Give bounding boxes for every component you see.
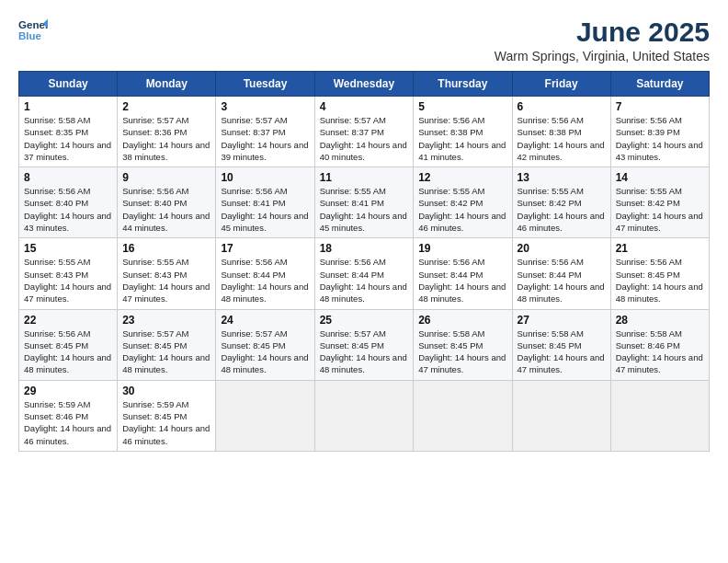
table-row: 16Sunrise: 5:55 AMSunset: 8:43 PMDayligh… bbox=[118, 238, 216, 309]
table-row: 29Sunrise: 5:59 AMSunset: 8:46 PMDayligh… bbox=[19, 380, 118, 451]
calendar-week-3: 15Sunrise: 5:55 AMSunset: 8:43 PMDayligh… bbox=[19, 238, 710, 309]
day-number: 20 bbox=[518, 242, 606, 255]
day-number: 5 bbox=[418, 100, 506, 113]
weekday-header-row: Sunday Monday Tuesday Wednesday Thursday… bbox=[19, 72, 710, 97]
day-info: Sunrise: 5:59 AMSunset: 8:46 PMDaylight:… bbox=[24, 398, 112, 447]
day-number: 2 bbox=[122, 100, 210, 113]
day-number: 13 bbox=[518, 171, 606, 184]
logo: General Blue bbox=[18, 17, 50, 42]
day-number: 22 bbox=[24, 314, 112, 327]
calendar-week-2: 8Sunrise: 5:56 AMSunset: 8:40 PMDaylight… bbox=[19, 167, 710, 238]
day-info: Sunrise: 5:59 AMSunset: 8:45 PMDaylight:… bbox=[122, 398, 210, 447]
day-number: 4 bbox=[320, 100, 409, 113]
table-row: 25Sunrise: 5:57 AMSunset: 8:45 PMDayligh… bbox=[314, 309, 414, 380]
day-info: Sunrise: 5:56 AMSunset: 8:45 PMDaylight:… bbox=[616, 256, 704, 304]
day-number: 3 bbox=[221, 100, 309, 113]
day-info: Sunrise: 5:58 AMSunset: 8:45 PMDaylight:… bbox=[518, 327, 606, 376]
day-info: Sunrise: 5:56 AMSunset: 8:38 PMDaylight:… bbox=[518, 114, 606, 163]
calendar-week-5: 29Sunrise: 5:59 AMSunset: 8:46 PMDayligh… bbox=[19, 380, 710, 451]
day-info: Sunrise: 5:55 AMSunset: 8:42 PMDaylight:… bbox=[616, 185, 704, 234]
table-row bbox=[610, 380, 709, 451]
header-thursday: Thursday bbox=[414, 72, 512, 97]
day-number: 24 bbox=[221, 314, 309, 327]
header-tuesday: Tuesday bbox=[216, 72, 314, 97]
table-row: 18Sunrise: 5:56 AMSunset: 8:44 PMDayligh… bbox=[314, 238, 414, 309]
day-info: Sunrise: 5:56 AMSunset: 8:44 PMDaylight:… bbox=[221, 256, 309, 304]
svg-text:General: General bbox=[18, 19, 48, 30]
table-row: 27Sunrise: 5:58 AMSunset: 8:45 PMDayligh… bbox=[512, 309, 610, 380]
table-row: 28Sunrise: 5:58 AMSunset: 8:46 PMDayligh… bbox=[610, 309, 709, 380]
table-row: 24Sunrise: 5:57 AMSunset: 8:45 PMDayligh… bbox=[216, 309, 314, 380]
table-row bbox=[216, 380, 314, 451]
day-number: 26 bbox=[418, 314, 506, 327]
day-number: 19 bbox=[418, 242, 506, 255]
table-row: 19Sunrise: 5:56 AMSunset: 8:44 PMDayligh… bbox=[414, 238, 512, 309]
logo-icon: General Blue bbox=[18, 17, 48, 42]
table-row: 12Sunrise: 5:55 AMSunset: 8:42 PMDayligh… bbox=[414, 167, 512, 238]
header-sunday: Sunday bbox=[19, 72, 118, 97]
day-number: 8 bbox=[24, 171, 112, 184]
day-number: 18 bbox=[320, 242, 409, 255]
day-number: 12 bbox=[418, 171, 506, 184]
day-info: Sunrise: 5:56 AMSunset: 8:44 PMDaylight:… bbox=[418, 256, 506, 304]
day-number: 6 bbox=[518, 100, 606, 113]
day-number: 15 bbox=[24, 242, 112, 255]
header-friday: Friday bbox=[512, 72, 610, 97]
table-row: 10Sunrise: 5:56 AMSunset: 8:41 PMDayligh… bbox=[216, 167, 314, 238]
header-monday: Monday bbox=[118, 72, 216, 97]
day-number: 28 bbox=[616, 314, 704, 327]
table-row: 2Sunrise: 5:57 AMSunset: 8:36 PMDaylight… bbox=[118, 97, 216, 167]
table-row: 13Sunrise: 5:55 AMSunset: 8:42 PMDayligh… bbox=[512, 167, 610, 238]
table-row: 20Sunrise: 5:56 AMSunset: 8:44 PMDayligh… bbox=[512, 238, 610, 309]
table-row: 1Sunrise: 5:58 AMSunset: 8:35 PMDaylight… bbox=[19, 97, 118, 167]
table-row bbox=[414, 380, 512, 451]
table-row: 5Sunrise: 5:56 AMSunset: 8:38 PMDaylight… bbox=[414, 97, 512, 167]
day-info: Sunrise: 5:56 AMSunset: 8:38 PMDaylight:… bbox=[418, 114, 506, 163]
day-info: Sunrise: 5:57 AMSunset: 8:45 PMDaylight:… bbox=[221, 327, 309, 376]
day-info: Sunrise: 5:55 AMSunset: 8:42 PMDaylight:… bbox=[518, 185, 606, 234]
location-title: Warm Springs, Virginia, United States bbox=[495, 49, 710, 63]
table-row: 3Sunrise: 5:57 AMSunset: 8:37 PMDaylight… bbox=[216, 97, 314, 167]
day-number: 25 bbox=[320, 314, 409, 327]
day-number: 27 bbox=[518, 314, 606, 327]
day-info: Sunrise: 5:56 AMSunset: 8:40 PMDaylight:… bbox=[122, 185, 210, 234]
day-info: Sunrise: 5:56 AMSunset: 8:40 PMDaylight:… bbox=[24, 185, 112, 234]
table-row: 30Sunrise: 5:59 AMSunset: 8:45 PMDayligh… bbox=[118, 380, 216, 451]
day-info: Sunrise: 5:58 AMSunset: 8:46 PMDaylight:… bbox=[616, 327, 704, 376]
calendar-week-1: 1Sunrise: 5:58 AMSunset: 8:35 PMDaylight… bbox=[19, 97, 710, 167]
day-info: Sunrise: 5:56 AMSunset: 8:39 PMDaylight:… bbox=[616, 114, 704, 163]
title-area: June 2025 Warm Springs, Virginia, United… bbox=[495, 17, 710, 63]
day-info: Sunrise: 5:58 AMSunset: 8:35 PMDaylight:… bbox=[24, 114, 112, 163]
svg-text:Blue: Blue bbox=[18, 30, 42, 41]
day-number: 11 bbox=[320, 171, 409, 184]
table-row: 23Sunrise: 5:57 AMSunset: 8:45 PMDayligh… bbox=[118, 309, 216, 380]
table-row: 11Sunrise: 5:55 AMSunset: 8:41 PMDayligh… bbox=[314, 167, 414, 238]
table-row: 15Sunrise: 5:55 AMSunset: 8:43 PMDayligh… bbox=[19, 238, 118, 309]
day-number: 1 bbox=[24, 100, 112, 113]
day-info: Sunrise: 5:57 AMSunset: 8:45 PMDaylight:… bbox=[320, 327, 409, 376]
day-number: 9 bbox=[122, 171, 210, 184]
table-row: 21Sunrise: 5:56 AMSunset: 8:45 PMDayligh… bbox=[610, 238, 709, 309]
day-info: Sunrise: 5:56 AMSunset: 8:41 PMDaylight:… bbox=[221, 185, 309, 234]
day-info: Sunrise: 5:55 AMSunset: 8:41 PMDaylight:… bbox=[320, 185, 409, 234]
day-info: Sunrise: 5:55 AMSunset: 8:43 PMDaylight:… bbox=[24, 256, 112, 304]
header: General Blue June 2025 Warm Springs, Vir… bbox=[18, 17, 710, 63]
table-row bbox=[512, 380, 610, 451]
table-row: 8Sunrise: 5:56 AMSunset: 8:40 PMDaylight… bbox=[19, 167, 118, 238]
calendar-week-4: 22Sunrise: 5:56 AMSunset: 8:45 PMDayligh… bbox=[19, 309, 710, 380]
day-info: Sunrise: 5:57 AMSunset: 8:45 PMDaylight:… bbox=[122, 327, 210, 376]
header-wednesday: Wednesday bbox=[314, 72, 414, 97]
day-info: Sunrise: 5:56 AMSunset: 8:44 PMDaylight:… bbox=[320, 256, 409, 304]
header-saturday: Saturday bbox=[610, 72, 709, 97]
day-number: 21 bbox=[616, 242, 704, 255]
table-row: 6Sunrise: 5:56 AMSunset: 8:38 PMDaylight… bbox=[512, 97, 610, 167]
table-row: 26Sunrise: 5:58 AMSunset: 8:45 PMDayligh… bbox=[414, 309, 512, 380]
calendar: Sunday Monday Tuesday Wednesday Thursday… bbox=[18, 71, 710, 452]
table-row: 4Sunrise: 5:57 AMSunset: 8:37 PMDaylight… bbox=[314, 97, 414, 167]
day-number: 29 bbox=[24, 385, 112, 397]
page: General Blue June 2025 Warm Springs, Vir… bbox=[0, 0, 728, 563]
day-info: Sunrise: 5:55 AMSunset: 8:42 PMDaylight:… bbox=[418, 185, 506, 234]
month-title: June 2025 bbox=[495, 17, 710, 47]
table-row: 14Sunrise: 5:55 AMSunset: 8:42 PMDayligh… bbox=[610, 167, 709, 238]
table-row: 17Sunrise: 5:56 AMSunset: 8:44 PMDayligh… bbox=[216, 238, 314, 309]
